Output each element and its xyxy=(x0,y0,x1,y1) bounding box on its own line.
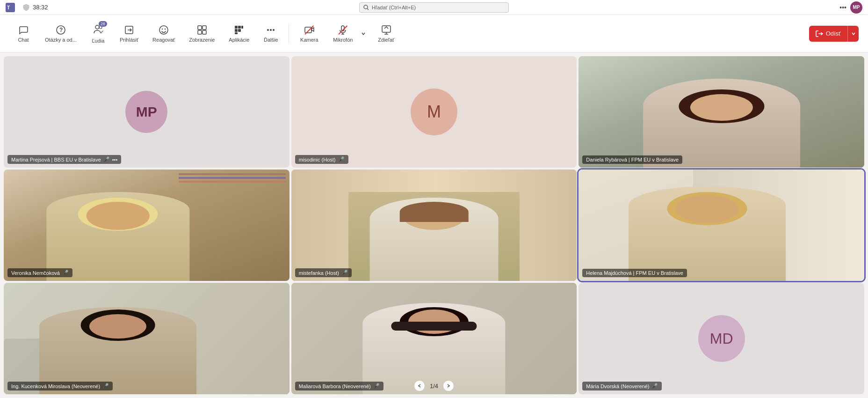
chat-button[interactable]: Chat xyxy=(9,22,37,45)
svg-line-3 xyxy=(367,8,369,10)
questions-icon: ? xyxy=(56,25,66,35)
signin-label: Prihlásiť xyxy=(120,37,138,43)
participant-name-1: misodinic (Host) xyxy=(299,157,336,162)
svg-rect-15 xyxy=(198,30,202,34)
timer-value: 38:32 xyxy=(33,4,48,11)
leave-button-group: Odísť xyxy=(809,26,859,42)
people-label: Ľudia xyxy=(92,38,104,44)
svg-rect-20 xyxy=(235,29,238,32)
name-badge-2: Daniela Rybárová | FPM EU v Bratislave xyxy=(582,155,682,164)
toolbar-divider xyxy=(289,24,289,43)
participant-cell-3: Veronika Nemčoková 🎤 xyxy=(4,170,289,281)
svg-point-25 xyxy=(273,29,275,31)
page-indicator: 1/4 xyxy=(430,383,438,390)
apps-label: Aplikácie xyxy=(229,37,249,43)
mic-muted-icon-0: 🎤 xyxy=(103,156,110,162)
share-icon xyxy=(381,25,391,35)
leave-main-button[interactable]: Odísť xyxy=(809,26,847,42)
chat-label: Chat xyxy=(18,37,29,43)
pagination: 1/4 xyxy=(414,380,454,391)
svg-text:?: ? xyxy=(59,27,63,33)
leave-dropdown-button[interactable] xyxy=(847,26,859,42)
mic-muted-icon-7: 🎤 xyxy=(373,383,380,389)
participant-name-6: Ing. Kucenková Miroslava (Neoverené) xyxy=(11,383,100,389)
participant-cell-0: MP Martina Prejsová | BBS EU v Bratislav… xyxy=(4,56,289,168)
svg-point-6 xyxy=(95,25,99,29)
apps-button[interactable]: Aplikácie xyxy=(222,22,256,45)
participant-name-5: Helena Majdúchová | FPM EU v Bratislave xyxy=(586,270,683,276)
participant-cell-2: Daniela Rybárová | FPM EU v Bratislave xyxy=(579,56,864,168)
participant-cell-8: MD Mária Dvorská (Neoverené) 🎤 xyxy=(579,283,864,394)
teams-logo: T xyxy=(6,3,15,12)
next-page-button[interactable] xyxy=(443,380,454,391)
svg-rect-19 xyxy=(241,26,243,29)
participant-name-2: Daniela Rybárová | FPM EU v Bratislave xyxy=(586,157,679,162)
svg-rect-14 xyxy=(203,26,206,29)
shield-icon xyxy=(22,4,30,11)
svg-point-10 xyxy=(159,26,168,34)
search-placeholder: Hľadať (Ctrl+Alt+E) xyxy=(372,5,416,10)
signin-icon xyxy=(124,25,134,35)
leave-chevron-icon xyxy=(851,31,856,36)
camera-label: Kamera xyxy=(300,37,318,43)
questions-button[interactable]: ? Otázky a od... xyxy=(38,22,83,45)
video-grid: MP Martina Prejsová | BBS EU v Bratislav… xyxy=(0,52,868,398)
name-badge-8: Mária Dvorská (Neoverené) 🎤 xyxy=(582,382,662,391)
mic-muted-icon-6: 🎤 xyxy=(102,383,109,389)
signin-button[interactable]: Prihlásiť xyxy=(113,22,145,45)
participant-name-0: Martina Prejsová | BBS EU v Bratislave xyxy=(11,157,101,162)
avatar-md: MD xyxy=(698,315,745,362)
chat-icon xyxy=(18,25,29,35)
svg-rect-21 xyxy=(238,29,241,32)
search-bar[interactable]: Hľadať (Ctrl+Alt+E) xyxy=(359,2,509,13)
react-icon xyxy=(159,25,169,35)
share-button[interactable]: Zdieľať xyxy=(371,22,401,45)
mic-muted-icon-4: 🎤 xyxy=(341,270,348,276)
participant-name-3: Veronika Nemčoková xyxy=(11,270,60,276)
mic-muted-icon-3: 🎤 xyxy=(62,270,69,276)
apps-icon xyxy=(234,25,244,35)
search-icon xyxy=(363,5,369,10)
people-button[interactable]: 28 Ľudia xyxy=(84,21,112,46)
more-dots-icon xyxy=(266,25,276,35)
more-options-icon-0[interactable]: ••• xyxy=(112,157,118,162)
share-label: Zdieľať xyxy=(378,37,394,43)
name-badge-1: misodinic (Host) 🎤 xyxy=(295,155,348,164)
name-badge-5: Helena Majdúchová | FPM EU v Bratislave xyxy=(582,269,687,277)
mic-dropdown-arrow[interactable] xyxy=(360,29,367,39)
name-badge-6: Ing. Kucenková Miroslava (Neoverené) 🎤 xyxy=(7,382,113,391)
camera-button[interactable]: Kamera xyxy=(293,22,326,45)
participant-name-4: mistefanka (Host) xyxy=(299,270,339,276)
name-badge-4: mistefanka (Host) 🎤 xyxy=(295,268,352,277)
react-label: Reagovať xyxy=(152,37,175,43)
prev-page-button[interactable] xyxy=(414,380,425,391)
name-badge-7: Maliarová Barbora (Neoverené) 🎤 xyxy=(295,382,383,391)
svg-text:T: T xyxy=(7,5,10,10)
svg-point-2 xyxy=(364,5,368,9)
user-avatar[interactable]: MP xyxy=(850,1,862,14)
chevron-down-icon xyxy=(361,31,366,36)
participant-name-7: Maliarová Barbora (Neoverené) xyxy=(299,383,371,389)
more-button[interactable]: Ďalšie xyxy=(257,22,285,45)
avatar-mp: MP xyxy=(125,91,167,133)
next-arrow-icon xyxy=(446,383,451,388)
people-count-badge: 28 xyxy=(99,21,107,27)
svg-rect-22 xyxy=(235,32,238,34)
mic-label: Mikrofón xyxy=(333,37,353,43)
mic-icon-1: 🎤 xyxy=(338,156,345,162)
participant-cell-7: Maliarová Barbora (Neoverené) 🎤 xyxy=(291,283,577,394)
more-options-icon[interactable]: ••• xyxy=(839,4,846,11)
participant-name-8: Mária Dvorská (Neoverené) xyxy=(586,383,649,389)
toolbar: Chat ? Otázky a od... 28 Ľudia Prihlás xyxy=(0,15,868,52)
name-badge-3: Veronika Nemčoková 🎤 xyxy=(7,268,72,277)
prev-arrow-icon xyxy=(417,383,422,388)
leave-icon xyxy=(816,30,823,37)
leave-label: Odísť xyxy=(826,30,841,37)
name-badge-0: Martina Prejsová | BBS EU v Bratislave 🎤… xyxy=(7,155,121,164)
svg-rect-18 xyxy=(238,26,241,29)
participant-cell-4: mistefanka (Host) 🎤 xyxy=(291,170,577,281)
react-button[interactable]: Reagovať xyxy=(146,22,181,45)
view-button[interactable]: Zobrazenie xyxy=(182,22,221,45)
mic-button[interactable]: Mikrofón xyxy=(326,22,359,45)
svg-rect-17 xyxy=(235,26,238,29)
